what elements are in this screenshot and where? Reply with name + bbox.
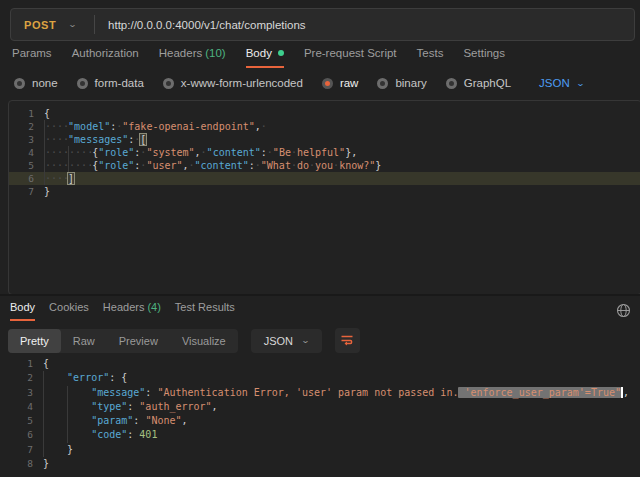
- request-tab-params[interactable]: Params: [12, 47, 52, 66]
- response-body-viewer[interactable]: 1{2 "error": {3 "message": "Authenticati…: [8, 357, 640, 471]
- line-number: 6: [8, 428, 43, 442]
- code-token: {: [44, 108, 50, 119]
- indent-guide: ····: [44, 133, 68, 146]
- body-type-label: none: [32, 77, 58, 89]
- indent-guide: [67, 414, 91, 428]
- body-type-label: form-data: [95, 77, 144, 89]
- code-line[interactable]: 7}: [9, 185, 640, 198]
- request-tab-authorization[interactable]: Authorization: [72, 47, 139, 66]
- indent-guide: ····: [44, 159, 68, 172]
- code-line[interactable]: 1{: [9, 107, 640, 120]
- indent-guide: ····: [68, 146, 92, 159]
- code-content: {: [43, 357, 640, 371]
- code-content: }: [43, 443, 640, 457]
- body-type-binary[interactable]: binary: [377, 77, 426, 89]
- response-format-dropdown[interactable]: JSON ⌄: [251, 329, 322, 353]
- view-tab-pretty[interactable]: Pretty: [8, 329, 61, 353]
- code-content: ········{"role":·"system",·"content":·"B…: [44, 146, 640, 159]
- code-line[interactable]: 4 "type": "auth_error",: [8, 400, 640, 414]
- code-line[interactable]: 2····"model":·"fake-openai-endpoint",·: [9, 120, 640, 133]
- request-tabs: ParamsAuthorizationHeaders(10)BodyPre-re…: [12, 47, 505, 68]
- code-token: "model": [68, 121, 110, 132]
- method-selector[interactable]: POST: [11, 19, 72, 31]
- code-content: ····"messages":·[: [44, 133, 640, 146]
- request-format-label: JSON: [539, 77, 570, 89]
- response-tab-body[interactable]: Body: [10, 301, 35, 321]
- indent-guide: ····: [44, 146, 68, 159]
- indent-guide: [43, 414, 67, 428]
- request-format-dropdown[interactable]: JSON⌄: [539, 77, 583, 89]
- code-content: }: [43, 457, 640, 471]
- request-tab-headers[interactable]: Headers(10): [159, 47, 226, 66]
- code-line[interactable]: 5 "param": "None",: [8, 414, 640, 428]
- line-number: 7: [9, 185, 44, 198]
- code-token: ,: [212, 401, 218, 412]
- code-token: }: [375, 160, 381, 171]
- code-token: ,: [623, 387, 629, 398]
- code-content: "message": "Authentication Error, 'user'…: [43, 386, 640, 400]
- code-content: "code": 401: [43, 428, 640, 442]
- line-number: 3: [9, 133, 44, 146]
- indent-guide: [43, 386, 67, 400]
- body-type-form-data[interactable]: form-data: [77, 77, 144, 89]
- response-tab-cookies[interactable]: Cookies: [49, 301, 89, 319]
- code-line[interactable]: 6····]: [9, 172, 640, 185]
- response-format-label: JSON: [264, 335, 293, 347]
- code-line[interactable]: 8}: [8, 457, 640, 471]
- code-line[interactable]: 7 }: [8, 443, 640, 457]
- body-type-none[interactable]: none: [14, 77, 58, 89]
- globe-icon[interactable]: [616, 303, 631, 318]
- view-tab-raw[interactable]: Raw: [61, 329, 107, 353]
- code-content: "param": "None",: [43, 414, 640, 428]
- selected-text: 'enforce_user_param'=True": [458, 387, 621, 398]
- body-type-raw[interactable]: raw: [322, 77, 359, 89]
- code-token: "error": [67, 372, 109, 383]
- indent-guide: [43, 371, 67, 385]
- code-line[interactable]: 2 "error": {: [8, 371, 640, 385]
- response-tab-test-results[interactable]: Test Results: [175, 301, 235, 319]
- whitespace-dot: ·: [291, 160, 297, 171]
- code-token: }: [43, 458, 49, 469]
- code-token: "user": [146, 160, 182, 171]
- line-number: 7: [8, 443, 43, 457]
- view-tab-preview[interactable]: Preview: [107, 329, 170, 353]
- body-type-label: x-www-form-urlencoded: [181, 77, 303, 89]
- code-content: ····]: [44, 172, 640, 185]
- code-line[interactable]: 6 "code": 401: [8, 428, 640, 442]
- request-tab-tests[interactable]: Tests: [417, 47, 444, 66]
- code-token: }: [44, 186, 50, 197]
- chevron-down-icon[interactable]: ⌄: [68, 20, 98, 29]
- indent-guide: ····: [68, 159, 92, 172]
- chevron-down-icon: ⌄: [575, 79, 584, 88]
- code-line[interactable]: 4········{"role":·"system",·"content":·"…: [9, 146, 640, 159]
- code-line[interactable]: 3····"messages":·[: [9, 133, 640, 146]
- chevron-down-icon: ⌄: [301, 336, 310, 345]
- code-line[interactable]: 3 "message": "Authentication Error, 'use…: [8, 386, 640, 400]
- code-token: "auth_error": [139, 401, 211, 412]
- code-token: ]: [68, 173, 74, 184]
- view-tab-visualize[interactable]: Visualize: [170, 329, 238, 353]
- body-type-options: noneform-datax-www-form-urlencodedrawbin…: [14, 77, 583, 89]
- body-type-x-www-form-urlencoded[interactable]: x-www-form-urlencoded: [163, 77, 303, 89]
- code-line[interactable]: 1{: [8, 357, 640, 371]
- text-wrap-button[interactable]: [335, 328, 360, 353]
- code-token: "content": [195, 160, 249, 171]
- request-body-editor[interactable]: 1{2····"model":·"fake-openai-endpoint",·…: [8, 100, 640, 295]
- code-token: ·: [261, 121, 267, 132]
- indent-guide: [67, 428, 91, 442]
- green-dot-icon: [278, 50, 284, 56]
- body-type-graphql[interactable]: GraphQL: [446, 77, 511, 89]
- response-tab-headers[interactable]: Headers(4): [103, 301, 161, 319]
- radio-icon: [377, 78, 388, 89]
- indent-guide: [67, 386, 91, 400]
- whitespace-dot: ·: [309, 160, 315, 171]
- request-tab-settings[interactable]: Settings: [463, 47, 505, 66]
- request-tab-pre-request-script[interactable]: Pre-request Script: [304, 47, 397, 66]
- url-input[interactable]: http://0.0.0.0:4000/v1/chat/completions: [95, 19, 306, 31]
- request-tab-body[interactable]: Body: [246, 47, 284, 68]
- code-content: ····"model":·"fake-openai-endpoint",·: [44, 120, 640, 133]
- code-token: "role": [98, 147, 134, 158]
- line-number: 2: [8, 371, 43, 385]
- code-line[interactable]: 5········{"role":·"user",·"content":·"Wh…: [9, 159, 640, 172]
- line-number: 1: [9, 107, 44, 120]
